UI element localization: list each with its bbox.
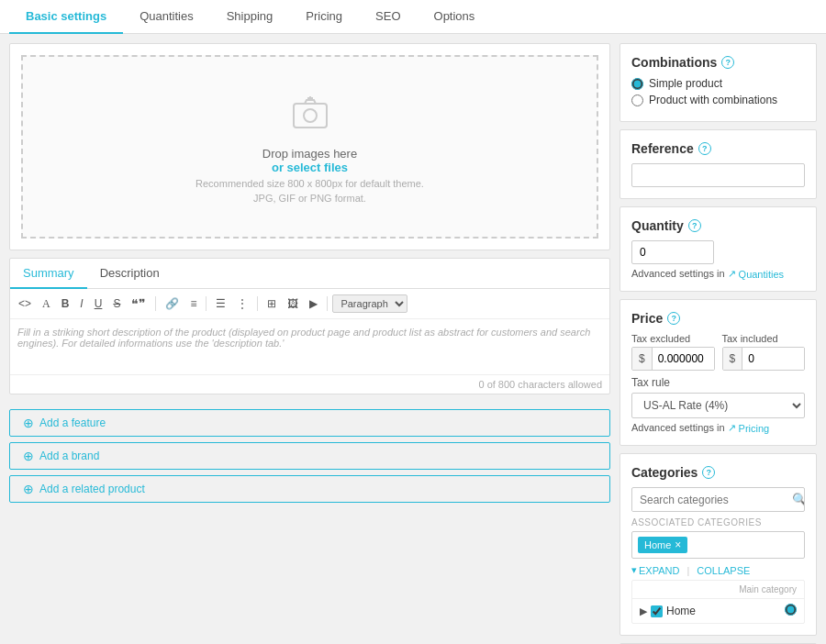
pricing-link[interactable]: ↗ Pricing	[728, 422, 770, 434]
tax-rule-label: Tax rule	[631, 376, 805, 389]
tag-input-area[interactable]: Home ×	[631, 531, 805, 559]
tax-included-label: Tax included	[722, 333, 806, 344]
combinations-help-icon[interactable]: ?	[721, 56, 734, 69]
toolbar-list-btn[interactable]: ☰	[211, 295, 230, 312]
category-home-item: ▶ Home	[632, 599, 804, 623]
categories-card: Categories ? 🔍 ASSOCIATED CATEGORIES Hom…	[620, 453, 817, 636]
toolbar-media-btn[interactable]: ▶	[305, 295, 322, 312]
tax-excluded-input-group: $	[631, 347, 715, 371]
toolbar-strikethrough-btn[interactable]: S	[108, 295, 125, 312]
associated-categories-label: ASSOCIATED CATEGORIES	[631, 517, 805, 527]
main-tabs: Basic settings Quantities Shipping Prici…	[0, 0, 826, 34]
toolbar-image-btn[interactable]: 🖼	[283, 295, 303, 312]
toolbar-paragraph-select[interactable]: Paragraph Heading 1 Heading 2	[332, 294, 407, 313]
divider: |	[686, 565, 689, 576]
category-search-button[interactable]: 🔍	[785, 488, 805, 511]
reference-help-icon[interactable]: ?	[698, 142, 711, 155]
toolbar-italic-btn[interactable]: I	[75, 295, 87, 312]
right-panel: Combinations ? Simple product Product wi…	[620, 43, 817, 644]
toolbar-underline-btn[interactable]: U	[90, 295, 107, 312]
editor-tab-description[interactable]: Description	[87, 259, 173, 289]
editor-content-area[interactable]: Fill in a striking short description of …	[10, 319, 609, 374]
add-brand-button[interactable]: ⊕ Add a brand	[9, 442, 610, 470]
tab-basic-settings[interactable]: Basic settings	[9, 0, 123, 34]
reference-input[interactable]	[631, 163, 805, 187]
combinations-title: Combinations ?	[631, 55, 805, 70]
image-hint-2: JPG, GIF or PNG format.	[253, 193, 366, 204]
toolbar-align-btn[interactable]: ≡	[185, 295, 201, 312]
plus-icon-brand: ⊕	[23, 449, 34, 463]
toolbar-divider-4	[327, 296, 328, 311]
product-with-combinations-option[interactable]: Product with combinations	[631, 94, 805, 106]
tax-rule-select[interactable]: US-AL Rate (4%) None US-CA Rate (8.25%)	[631, 393, 805, 418]
pricing-link-icon: ↗	[728, 422, 736, 434]
main-content: Drop images here or select files Recomme…	[0, 34, 826, 644]
home-category-checkbox[interactable]	[651, 605, 663, 617]
product-with-combinations-label: Product with combinations	[649, 94, 777, 106]
toolbar-code-btn[interactable]: <>	[14, 295, 36, 312]
quantities-link[interactable]: ↗ Quantities	[728, 268, 785, 280]
tab-pricing[interactable]: Pricing	[289, 0, 359, 34]
home-main-category-radio[interactable]	[785, 604, 797, 616]
combinations-card: Combinations ? Simple product Product wi…	[620, 43, 817, 122]
toolbar-link-btn[interactable]: 🔗	[161, 295, 184, 312]
quantity-input[interactable]	[631, 240, 714, 264]
editor-card: Summary Description <> A B I U S ❝❞ 🔗 ≡ …	[9, 258, 610, 394]
tab-quantities[interactable]: Quantities	[123, 0, 210, 34]
categories-title: Categories ?	[631, 465, 805, 480]
tax-included-input[interactable]	[742, 348, 804, 370]
quantity-card: Quantity ? Advanced settings in ↗ Quanti…	[620, 206, 817, 292]
collapse-btn[interactable]: COLLAPSE	[697, 565, 750, 576]
tab-options[interactable]: Options	[418, 0, 492, 34]
toolbar-bold-btn[interactable]: B	[57, 295, 74, 312]
plus-icon-feature: ⊕	[23, 416, 34, 430]
home-tag-close[interactable]: ×	[675, 539, 681, 551]
add-brand-label: Add a brand	[39, 450, 99, 462]
camera-icon	[288, 91, 332, 143]
editor-tab-summary[interactable]: Summary	[10, 259, 87, 289]
add-related-label: Add a related product	[39, 483, 145, 495]
char-count: 0 of 800 characters allowed	[10, 374, 609, 394]
product-with-combinations-radio[interactable]	[631, 94, 643, 106]
home-main-category-radio-group	[785, 604, 797, 618]
add-feature-button[interactable]: ⊕ Add a feature	[9, 409, 610, 437]
cat-tree-header: Main category	[632, 581, 804, 599]
price-card: Price ? Tax excluded $ Tax included $	[620, 299, 817, 446]
select-files-text[interactable]: or select files	[272, 161, 348, 174]
left-panel: Drop images here or select files Recomme…	[9, 43, 610, 644]
image-upload-area[interactable]: Drop images here or select files Recomme…	[21, 55, 598, 239]
currency-prefix-excluded: $	[632, 348, 653, 370]
price-help-icon[interactable]: ?	[667, 312, 680, 325]
toolbar-font-btn[interactable]: A	[38, 295, 55, 313]
drop-text: Drop images here	[262, 147, 357, 161]
tab-shipping[interactable]: Shipping	[210, 0, 290, 34]
simple-product-label: Simple product	[649, 77, 722, 90]
home-tag-label: Home	[644, 539, 671, 550]
tax-excluded-input[interactable]	[653, 348, 714, 370]
tax-included-input-group: $	[722, 347, 806, 371]
tax-included-col: Tax included $	[722, 333, 806, 371]
svg-rect-0	[294, 104, 327, 128]
tab-seo[interactable]: SEO	[359, 0, 417, 34]
quantity-advanced-link: Advanced settings in ↗ Quantities	[631, 268, 805, 280]
categories-help-icon[interactable]: ?	[702, 466, 715, 479]
add-feature-label: Add a feature	[39, 416, 106, 429]
toolbar-ordered-list-btn[interactable]: ⋮	[232, 295, 252, 312]
tax-excluded-label: Tax excluded	[631, 333, 715, 344]
category-search-input[interactable]	[632, 489, 785, 511]
toolbar-divider-1	[155, 296, 156, 311]
expand-btn[interactable]: ▾ EXPAND	[631, 564, 679, 576]
svg-point-1	[304, 109, 317, 122]
toolbar-table-btn[interactable]: ⊞	[262, 295, 281, 312]
add-related-product-button[interactable]: ⊕ Add a related product	[9, 475, 610, 503]
quantity-help-icon[interactable]: ?	[688, 219, 701, 232]
toolbar-quote-btn[interactable]: ❝❞	[127, 294, 151, 313]
editor-tabs: Summary Description	[10, 259, 609, 289]
simple-product-radio[interactable]	[631, 78, 643, 90]
cat-chevron-icon[interactable]: ▶	[640, 605, 647, 617]
tax-excluded-col: Tax excluded $	[631, 333, 715, 371]
home-tag: Home ×	[638, 537, 687, 553]
price-advanced-link: Advanced settings in ↗ Pricing	[631, 422, 805, 434]
simple-product-option[interactable]: Simple product	[631, 77, 805, 90]
combinations-radio-group: Simple product Product with combinations	[631, 77, 805, 106]
